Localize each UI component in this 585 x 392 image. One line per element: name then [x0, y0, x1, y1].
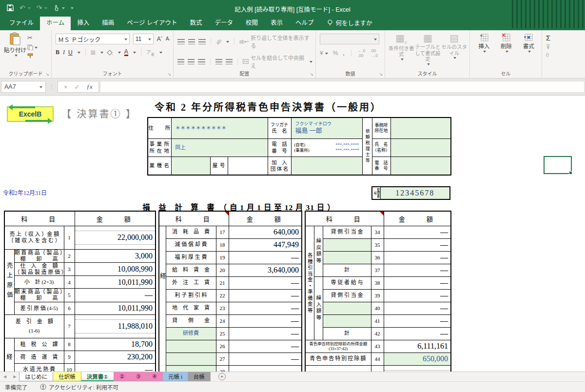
row-value[interactable]: 640,000 [229, 226, 302, 238]
row-label[interactable]: 地 代 家 賃 [166, 302, 216, 314]
format-cells-button[interactable]: 書式 [518, 32, 539, 53]
row-value[interactable]: — [384, 251, 451, 264]
increase-font-icon[interactable]: A^ [157, 36, 162, 42]
row-number[interactable]: 4 [64, 276, 75, 289]
col-header-amount[interactable]: 金 額 [75, 211, 156, 226]
undo-icon[interactable]: ↶ [20, 4, 31, 12]
row-label[interactable] [166, 340, 216, 353]
row-label[interactable]: 貸 倒 引 当 金 [323, 289, 371, 302]
touch-mode-icon[interactable] [53, 4, 65, 11]
copy-icon[interactable] [27, 44, 38, 50]
sheet-tab-shiwakecho[interactable]: 仕訳帳 [53, 372, 81, 381]
sheet-tab-daicho[interactable]: 台帳 [188, 372, 211, 381]
wrap-text-button[interactable]: ab↩ 折り返して全体を表示する [239, 34, 312, 49]
cancel-icon[interactable]: × [64, 83, 68, 91]
borders-icon[interactable]: ⊞ [91, 49, 96, 56]
row-label[interactable]: 専 従 者 給 与 [323, 276, 371, 289]
row-label[interactable]: 水 道 光 熱 費 [14, 363, 64, 372]
row-number[interactable]: 39 [371, 289, 384, 302]
tab-help[interactable]: ヘルプ [289, 15, 320, 30]
row-label[interactable]: 給 料 賃 金 [166, 264, 216, 276]
row-number[interactable]: 44 [371, 353, 384, 365]
row-label[interactable]: 研修費 [166, 327, 216, 340]
underline-button[interactable]: U [68, 49, 73, 56]
row-label[interactable]: 所 得 金 額 [305, 365, 371, 372]
row-number[interactable]: 10 [64, 363, 75, 372]
row-label[interactable]: 小 計 (2+3) [14, 276, 64, 289]
row-label[interactable]: 利 子 割 引 料 [166, 289, 216, 302]
tab-insert[interactable]: 挿入 [71, 15, 96, 30]
name-value[interactable]: フクシマ イチロウ福島 一郎 [291, 118, 362, 138]
percent-format-icon[interactable]: % [333, 50, 338, 57]
row-label[interactable]: 荷 造 運 賃 [14, 351, 64, 363]
fill-color-icon[interactable] [107, 50, 113, 56]
increase-indent-icon[interactable] [226, 59, 233, 64]
row-number[interactable]: 26 [216, 340, 229, 353]
row-value[interactable]: — [229, 276, 302, 289]
row-label[interactable]: 期 首 商 品（ 製 品 ）棚 卸 高 [14, 249, 64, 262]
row-label[interactable]: 青色申告特別控除前の所得金額(33+37-42) [305, 340, 371, 353]
phone-value[interactable]: (自宅)***-***-**** (事業所)***-***-**** [291, 138, 362, 157]
align-left-icon[interactable] [177, 59, 184, 64]
row-value[interactable]: 5,461,161 [384, 365, 451, 372]
font-size-select[interactable]: 11 [133, 34, 154, 44]
tab-data[interactable]: データ [208, 15, 239, 30]
enter-icon[interactable]: ✓ [75, 83, 80, 91]
row-label[interactable] [166, 365, 216, 372]
bold-button[interactable]: B [56, 49, 59, 56]
row-value[interactable]: — [229, 327, 302, 340]
row-label[interactable]: 計 [323, 264, 371, 276]
row-number[interactable]: 36 [371, 251, 384, 264]
row-value[interactable]: — [384, 226, 451, 238]
clipboard-dialog-launcher[interactable]: ↘ [45, 72, 49, 77]
orientation-icon[interactable]: ab [214, 38, 222, 45]
row-number[interactable]: 9 [64, 351, 75, 363]
sheet-tab-motocho[interactable]: 元帳 i [162, 372, 188, 381]
row-value[interactable]: 11,988,010 [75, 314, 156, 338]
excelb-logo-button[interactable]: ExcelB [7, 106, 54, 122]
reference-number-value[interactable]: 12345678 [380, 187, 450, 199]
row-number[interactable]: 6 [64, 302, 75, 314]
merge-center-button[interactable]: セルを結合して中央揃え [243, 54, 312, 69]
row-value[interactable]: — [75, 289, 156, 302]
advisor-phone-value[interactable] [390, 157, 451, 175]
row-value[interactable]: — [384, 302, 451, 314]
row-label[interactable]: 期 末 商 品（ 製 品 ）棚 卸 高 [14, 289, 64, 302]
row-value[interactable]: — [384, 314, 451, 327]
row-label[interactable]: 売 上（ 収 入 ）金 額（ 雑 収 入 を 含 む ） [4, 226, 64, 249]
row-value[interactable]: — [384, 327, 451, 340]
row-number[interactable]: 21 [216, 276, 229, 289]
tab-view[interactable]: 表示 [264, 15, 289, 30]
col-header-subject[interactable]: 科 目 [159, 211, 229, 226]
row-value[interactable]: 230,200 [75, 351, 156, 363]
row-value[interactable]: 10,008,990 [75, 262, 156, 275]
sheet-nav-left-icon[interactable]: ◀ [0, 374, 10, 379]
col-header-amount[interactable]: 金 額 [229, 211, 302, 226]
row-number[interactable]: 17 [216, 226, 229, 238]
name-box[interactable]: AA7 [1, 81, 46, 93]
row-number[interactable]: 19 [216, 251, 229, 264]
row-label[interactable]: 福 利 厚 生 費 [166, 251, 216, 264]
row-label[interactable]: 減 価 償 却 費 [166, 238, 216, 251]
row-number[interactable]: 38 [371, 276, 384, 289]
row-number[interactable]: 45 [371, 365, 384, 372]
advisor-office-value[interactable] [390, 118, 451, 138]
row-number[interactable]: 7 [64, 314, 75, 338]
row-number[interactable]: 25 [216, 327, 229, 340]
tab-review[interactable]: 校閲 [239, 15, 264, 30]
align-center-icon[interactable] [188, 59, 195, 64]
selected-cell[interactable] [544, 156, 572, 174]
address-value[interactable]: ＊＊＊＊＊＊＊＊＊＊ [171, 118, 268, 138]
redo-icon[interactable]: ↷ [37, 4, 48, 12]
delete-cells-button[interactable]: 削除 [496, 32, 516, 53]
row-label[interactable] [323, 251, 371, 264]
decrease-decimal-icon[interactable]: .00→.0 [370, 48, 378, 58]
increase-decimal-icon[interactable]: ←.0.00 [358, 48, 366, 58]
row-number[interactable]: 42 [371, 327, 384, 340]
row-value[interactable]: — [75, 363, 156, 372]
tab-file[interactable]: ファイル [3, 15, 40, 30]
formula-input[interactable] [100, 81, 585, 93]
conditional-formatting-button[interactable]: ▦≠ 条件付き書式 [388, 32, 414, 66]
row-number[interactable]: 34 [371, 226, 384, 238]
format-as-table-button[interactable]: ▦ テーブルとして書式設定 [414, 32, 441, 66]
